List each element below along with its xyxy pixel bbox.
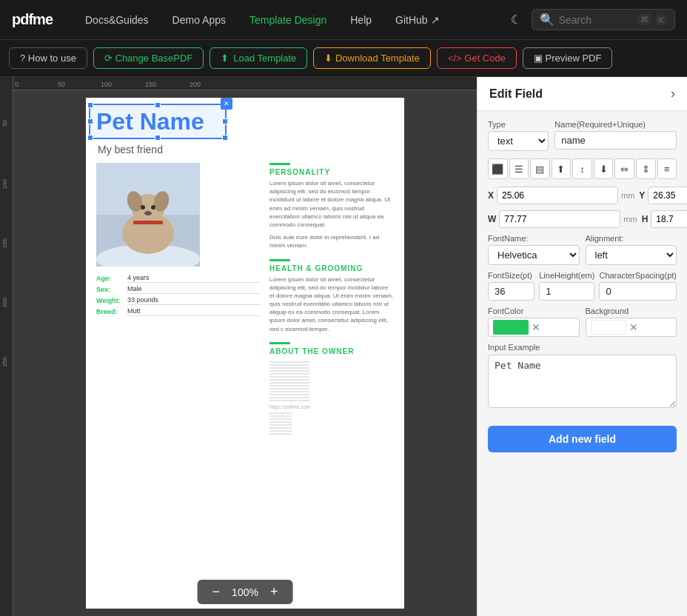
personality-text2: Duis aute irure dolor in reprehenderit. … (269, 233, 394, 250)
font-color-clear-button[interactable]: ✕ (532, 321, 540, 333)
input-example-textarea[interactable]: Pet Name (488, 355, 677, 408)
align-bottom-button[interactable]: ⬇ (594, 158, 614, 179)
dark-mode-toggle[interactable]: ☾ (506, 8, 526, 31)
align-left-button[interactable]: ⬛ (488, 158, 508, 179)
doc-left-col: Age: 4 years Sex: Male Weight: (96, 163, 261, 435)
w-group: W mm (488, 210, 637, 228)
health-heading: HEALTH & GROOMING (269, 264, 394, 272)
line-height-group: LineHeight(em) (539, 271, 594, 301)
document: Pet Name ✕ My best friend (86, 98, 404, 609)
resize-handle-tl[interactable] (87, 102, 93, 108)
ruler-mark-v-200: 200 (1, 298, 8, 307)
health-text: Lorem ipsum dolor sit amet, consectetur … (269, 275, 394, 333)
field-close-button[interactable]: ✕ (221, 98, 232, 110)
doc-two-col: Age: 4 years Sex: Male Weight: (96, 163, 394, 435)
stat-weight-label: Weight: (96, 297, 127, 304)
h-input[interactable] (651, 210, 687, 228)
char-spacing-input[interactable] (599, 282, 677, 301)
get-code-button[interactable]: </> Get Code (437, 47, 517, 69)
background-clear-button[interactable]: ✕ (629, 321, 638, 333)
ruler-mark-50: 50 (58, 81, 65, 88)
nav-help[interactable]: Help (341, 10, 381, 30)
ruler-mark-100: 100 (101, 81, 112, 88)
preview-pdf-button[interactable]: ▣ Preview PDF (523, 47, 612, 69)
search-input[interactable] (559, 14, 633, 26)
search-bar[interactable]: 🔍 ⌘ K (532, 9, 675, 30)
type-group: Type text (488, 120, 549, 151)
y-input[interactable] (648, 187, 687, 204)
distribute-h-button[interactable]: ⇔ (614, 158, 634, 179)
char-spacing-group: CharacterSpacing(pt) (599, 271, 677, 301)
nav-github[interactable]: GitHub ↗ (386, 10, 448, 30)
resize-handle-bl[interactable] (87, 135, 93, 141)
zoom-out-button[interactable]: − (210, 584, 224, 600)
toolbar: ? How to use ⟳ Change BasePDF ⬆ Load Tem… (0, 40, 687, 77)
stat-sex-label: Sex: (96, 286, 127, 293)
stat-weight-value: 33 pounds (127, 296, 261, 305)
type-select[interactable]: text (488, 131, 549, 151)
line-height-input[interactable] (539, 282, 594, 301)
font-size-label: FontSize(pt) (488, 271, 534, 280)
distribute-v-button[interactable]: ⇕ (636, 158, 656, 179)
h-label: H (642, 214, 649, 224)
align-right-button[interactable]: ▤ (530, 158, 550, 179)
background-swatch[interactable] (591, 320, 626, 335)
font-size-input[interactable] (488, 282, 534, 301)
font-metrics-row: FontSize(pt) LineHeight(em) CharacterSpa… (488, 271, 677, 301)
panel-collapse-button[interactable]: › (671, 86, 675, 101)
font-color-swatch[interactable] (493, 320, 529, 335)
change-base-pdf-button[interactable]: ⟳ Change BasePDF (93, 47, 204, 69)
ruler-vertical: 50 100 150 200 250 (0, 90, 13, 616)
font-color-label: FontColor (488, 307, 580, 315)
justify-button[interactable]: ≡ (657, 158, 677, 179)
resize-handle-mr[interactable] (222, 118, 228, 124)
document-container[interactable]: Pet Name ✕ My best friend (13, 90, 477, 616)
selected-field-pet-name[interactable]: Pet Name ✕ (89, 104, 227, 139)
align-middle-button[interactable]: ↕ (572, 158, 592, 179)
svg-rect-10 (133, 221, 163, 224)
align-center-button[interactable]: ☰ (509, 158, 529, 179)
font-name-select[interactable]: Helvetica (488, 245, 580, 265)
load-template-button[interactable]: ⬆ Load Template (210, 47, 307, 69)
align-top-button[interactable]: ⬆ (552, 158, 572, 179)
ruler-mark-200: 200 (190, 81, 201, 88)
font-name-label: FontName: (488, 234, 580, 243)
ruler-mark-v-50: 50 (1, 120, 8, 127)
zoom-level: 100% (232, 586, 258, 598)
w-input[interactable] (499, 210, 620, 228)
svg-point-7 (141, 205, 145, 210)
x-group: X mm (488, 187, 634, 204)
x-unit: mm (621, 191, 634, 200)
font-size-group: FontSize(pt) (488, 271, 534, 301)
panel-title: Edit Field (489, 87, 543, 101)
how-to-use-button[interactable]: ? How to use (9, 47, 87, 69)
add-new-field-button[interactable]: Add new field (488, 426, 677, 452)
search-key-cmd: ⌘ (637, 14, 651, 25)
dog-image (96, 163, 200, 267)
font-color-input-wrap[interactable]: ✕ (488, 318, 580, 337)
canvas-area: 0 50 100 150 200 50 100 150 200 250 (0, 77, 477, 616)
background-input-wrap[interactable]: ✕ (586, 318, 677, 337)
alignment-row: ⬛ ☰ ▤ ⬆ ↕ ⬇ ⇔ ⇕ ≡ (488, 158, 677, 179)
ruler-mark-v-150: 150 (1, 238, 8, 248)
resize-handle-tm[interactable] (155, 102, 161, 108)
dog-svg (96, 163, 200, 267)
stat-age-value: 4 years (127, 274, 261, 283)
nav-demo-apps[interactable]: Demo Apps (164, 10, 235, 30)
nav-docs[interactable]: Docs&Guides (76, 10, 158, 30)
resize-handle-br[interactable] (222, 135, 228, 141)
qr-url: https://pdfme.com (269, 404, 311, 409)
x-input[interactable] (497, 187, 618, 204)
alignment-select[interactable]: left center right (586, 245, 677, 265)
font-align-row: FontName: Helvetica Alignment: left cent… (488, 234, 677, 265)
nav-template-design[interactable]: Template Design (241, 10, 335, 30)
resize-handle-ml[interactable] (87, 118, 93, 124)
color-row: FontColor ✕ Background ✕ (488, 307, 677, 337)
name-input[interactable] (554, 131, 677, 150)
resize-handle-bm[interactable] (155, 135, 161, 141)
health-section: HEALTH & GROOMING Lorem ipsum dolor sit … (269, 259, 394, 333)
zoom-in-button[interactable]: + (267, 584, 281, 600)
w-label: W (488, 214, 496, 224)
alignment-label: Alignment: (586, 234, 677, 243)
download-template-button[interactable]: ⬇ Download Template (313, 47, 431, 69)
